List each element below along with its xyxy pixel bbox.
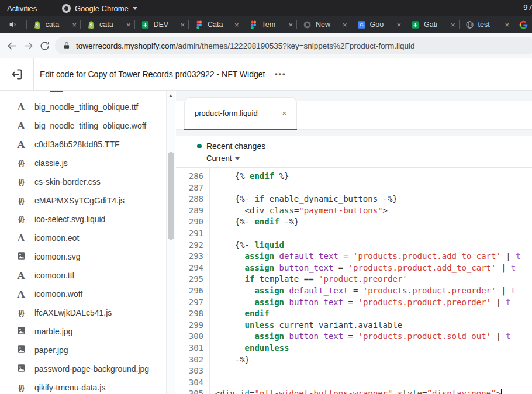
code-line[interactable]: {%- endif -%} <box>215 216 532 228</box>
more-actions-button[interactable]: ••• <box>275 70 286 78</box>
forward-button[interactable] <box>21 39 35 53</box>
close-icon[interactable]: × <box>180 21 185 29</box>
admin-header: Edit code for Copy of Tower Records prd0… <box>0 58 532 91</box>
line-number: 300 <box>176 331 209 343</box>
close-icon[interactable]: × <box>234 21 239 29</box>
app-menu[interactable]: Google Chrome <box>62 0 137 16</box>
activities-button[interactable]: Activities <box>7 4 37 13</box>
code-line[interactable] <box>215 377 532 389</box>
code-line[interactable]: assign default_text = 'products.product.… <box>215 251 532 262</box>
code-line[interactable] <box>215 228 532 240</box>
code-line[interactable] <box>215 182 532 194</box>
scrollbar-thumb[interactable] <box>168 152 174 240</box>
code-line[interactable]: -%} <box>215 354 532 366</box>
code-line[interactable]: assign button_text = 'products.product.s… <box>215 331 532 343</box>
file-row[interactable]: icomoon.svg <box>0 247 175 266</box>
browser-tab[interactable]: test× <box>459 16 513 33</box>
file-row[interactable]: Ac0df3a6b528fdd85.TTF <box>0 135 175 154</box>
close-icon[interactable]: × <box>343 21 347 29</box>
line-number: 293 <box>176 251 209 262</box>
code-line[interactable]: endunless <box>215 343 532 354</box>
code-file-icon: {/} <box>15 178 27 186</box>
close-icon[interactable]: × <box>396 21 401 29</box>
url-domain: towerrecords.myshopify.com <box>76 42 176 50</box>
version-selector[interactable]: Current <box>206 154 532 163</box>
browser-tab[interactable]: New× <box>296 16 351 33</box>
line-number: 299 <box>176 320 209 331</box>
file-row[interactable]: Aicomoon.woff <box>0 285 175 303</box>
file-row[interactable]: Abig_noodle_titling_oblique.woff <box>0 116 175 135</box>
file-name: lfcAXLwjkDALc541.js <box>34 308 112 317</box>
browser-tab[interactable]: Cata× <box>188 16 243 33</box>
code-line[interactable]: unless current_variant.available <box>215 320 532 331</box>
file-name: eMAPMXSyTCgGdiT4.js <box>34 196 125 205</box>
line-number: 296 <box>176 285 209 297</box>
browser-tab-title: New <box>316 20 338 29</box>
line-number: 304 <box>176 377 209 389</box>
code-line[interactable]: {% endif %} <box>215 171 532 182</box>
close-icon[interactable]: × <box>126 21 131 29</box>
file-row[interactable]: {/}eMAPMXSyTCgGdiT4.js <box>0 191 175 210</box>
file-row[interactable]: {/}ico-select.svg.liquid <box>0 210 175 229</box>
clipped-file-row-fragment <box>50 91 63 92</box>
sheets-icon <box>411 20 420 29</box>
browser-tab[interactable]: cata× <box>80 16 134 33</box>
browser-tab[interactable]: DEV× <box>134 16 189 33</box>
lock-icon[interactable] <box>63 42 71 50</box>
globe-icon <box>465 20 474 29</box>
sidebar-scrollbar[interactable]: ▲ <box>166 91 175 394</box>
file-row[interactable]: Abig_noodle_titling_oblique.ttf <box>0 98 175 116</box>
file-row[interactable]: {/}qikify-tmenu-data.js <box>0 378 175 394</box>
code-line[interactable]: assign button_text = 'products.product.a… <box>215 262 532 274</box>
file-row[interactable]: {/}lfcAXLwjkDALc541.js <box>0 303 175 322</box>
code-line[interactable]: if template == 'product.preorder' <box>215 274 532 285</box>
exit-code-editor-button[interactable] <box>0 58 34 90</box>
code-editor[interactable]: 2862872882892902912922932942952962972982… <box>176 168 532 394</box>
editor-tab[interactable]: product-form.liquid × <box>184 97 297 129</box>
line-number: 292 <box>176 240 209 251</box>
code-file-icon: {/} <box>15 309 27 317</box>
code-line[interactable]: {%- liquid <box>215 240 532 251</box>
file-row[interactable]: password-page-background.jpg <box>0 360 175 378</box>
reload-button[interactable] <box>37 39 51 53</box>
browser-tab-title: Gati <box>424 20 447 29</box>
close-icon[interactable]: × <box>282 109 286 117</box>
browser-tab[interactable]: cata× <box>26 16 81 33</box>
scroll-up-arrow-icon[interactable]: ▲ <box>167 91 175 100</box>
close-icon[interactable]: × <box>288 21 293 29</box>
file-row[interactable]: {/}cs-skin-border.css <box>0 172 175 191</box>
close-icon[interactable]: × <box>505 21 509 29</box>
code-line[interactable]: <div class="payment-buttons"> <box>215 205 532 217</box>
close-icon[interactable]: × <box>451 21 455 29</box>
browser-tab[interactable]: GGoo× <box>351 16 405 33</box>
code-line[interactable]: <div id="nft-widget-buttons-wrapper" sty… <box>215 388 532 394</box>
font-file-icon: A <box>15 102 27 112</box>
file-row[interactable]: Aicomoon.ttf <box>0 266 175 285</box>
google-icon <box>519 20 528 29</box>
file-name: classie.js <box>34 158 68 168</box>
image-file-icon <box>15 364 27 374</box>
file-row[interactable]: paper.jpg <box>0 341 175 360</box>
speaker-icon <box>0 16 26 33</box>
browser-tab[interactable]: Tem× <box>243 16 297 33</box>
line-number: 301 <box>176 343 209 354</box>
code-line[interactable]: assign default_text = 'products.product.… <box>215 285 532 297</box>
browser-tab[interactable]: Gati× <box>405 16 459 33</box>
close-icon[interactable]: × <box>72 21 77 29</box>
code-line[interactable]: {%- if enable_dynamic_buttons -%} <box>215 193 532 205</box>
file-row[interactable]: marble.jpg <box>0 322 175 341</box>
image-file-icon <box>15 345 27 355</box>
back-button[interactable] <box>5 39 19 53</box>
font-file-icon: A <box>15 271 27 281</box>
image-file-icon <box>15 326 27 337</box>
file-row[interactable]: {/}classie.js <box>0 154 175 172</box>
file-row[interactable]: Aicomoon.eot <box>0 229 175 247</box>
code-line[interactable]: assign button_text = 'products.product.p… <box>215 297 532 309</box>
browser-tab[interactable] <box>513 16 532 33</box>
recent-changes-label: Recent changes <box>206 141 265 151</box>
dark-circle-icon <box>303 20 312 29</box>
code-line[interactable] <box>215 365 532 377</box>
code-line[interactable]: endif <box>215 308 532 320</box>
system-clock[interactable]: 9 A <box>523 3 532 12</box>
address-bar[interactable]: towerrecords.myshopify.com/admin/themes/… <box>55 37 532 54</box>
